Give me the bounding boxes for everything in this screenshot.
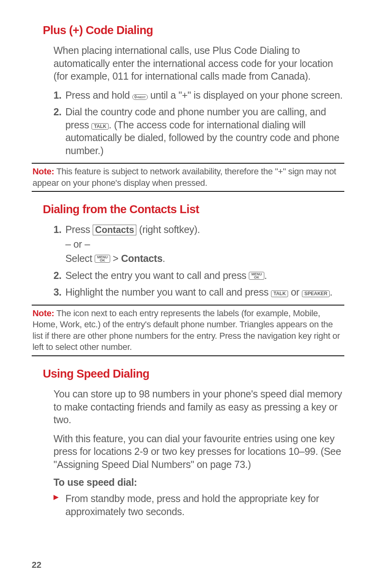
step-1: Press Contacts (right softkey). – or – S…: [53, 223, 344, 265]
note-plus-code: Note: This feature is subject to network…: [32, 163, 344, 192]
heading-plus-code: Plus (+) Code Dialing: [43, 24, 344, 37]
zero-key-icon: 0+NEXT: [132, 94, 147, 100]
contacts-softkey: Contacts: [93, 225, 136, 235]
note-contacts: Note: The icon next to each entry repres…: [32, 305, 344, 356]
heading-speed-dial: Using Speed Dialing: [43, 367, 344, 380]
s2-step1-c2: >: [110, 253, 121, 264]
s2-step1-alt: Select MENUOK > Contacts.: [65, 252, 344, 265]
s2-step2-b: .: [264, 270, 267, 281]
zero-key-sub: +NEXT: [137, 96, 146, 99]
or-line: – or –: [65, 238, 344, 251]
menu-key-bottom: OK: [97, 259, 108, 262]
s2-contacts-bold: Contacts: [121, 253, 162, 264]
note-label: Note:: [32, 166, 54, 176]
step-3: Highlight the number you want to call an…: [53, 286, 344, 299]
step-2: Select the entry you want to call and pr…: [53, 269, 344, 282]
menu-ok-key-icon: MENUOK: [95, 255, 110, 263]
speaker-key-icon: SPEAKER: [302, 290, 330, 297]
s2-step1-b: (right softkey).: [136, 224, 200, 235]
note-text: The icon next to each entry represents t…: [32, 308, 340, 352]
subheading-speed: To use speed dial:: [53, 477, 344, 488]
note-text: This feature is subject to network avail…: [32, 166, 336, 188]
talk-key-icon: TALK: [92, 123, 109, 130]
s2-step3-a: Highlight the number you want to call an…: [65, 286, 271, 298]
page-number: 22: [32, 560, 41, 570]
step-1: Press and hold 0+NEXT until a "+" is dis…: [53, 89, 344, 102]
speed-para-2: With this feature, you can dial your fav…: [53, 432, 344, 471]
speed-bullets: From standby mode, press and hold the ap…: [53, 492, 344, 518]
heading-contacts-dial: Dialing from the Contacts List: [43, 203, 344, 216]
s2-step1-a: Press: [65, 224, 93, 235]
menu-key-bottom: OK: [251, 276, 262, 279]
s2-step3-c: .: [330, 286, 332, 298]
s2-step1-c4: .: [162, 253, 165, 264]
s2-step2-a: Select the entry you want to call and pr…: [65, 270, 249, 281]
steps-plus-code: Press and hold 0+NEXT until a "+" is dis…: [53, 89, 344, 157]
step1-text-a: Press and hold: [65, 90, 132, 101]
intro-plus-code: When placing international calls, use Pl…: [53, 44, 344, 83]
step-2: Dial the country code and phone number y…: [53, 105, 344, 157]
talk-key-icon: TALK: [271, 290, 288, 297]
step1-text-b: until a "+" is displayed on your phone s…: [148, 90, 343, 101]
s2-step1-c1: Select: [65, 253, 95, 264]
speed-bullet-1: From standby mode, press and hold the ap…: [53, 492, 344, 518]
s2-step3-b: or: [288, 286, 302, 298]
note-label: Note:: [32, 308, 54, 318]
speed-para-1: You can store up to 98 numbers in your p…: [53, 388, 344, 426]
menu-ok-key-icon: MENUOK: [249, 272, 264, 280]
steps-contacts: Press Contacts (right softkey). – or – S…: [53, 223, 344, 299]
